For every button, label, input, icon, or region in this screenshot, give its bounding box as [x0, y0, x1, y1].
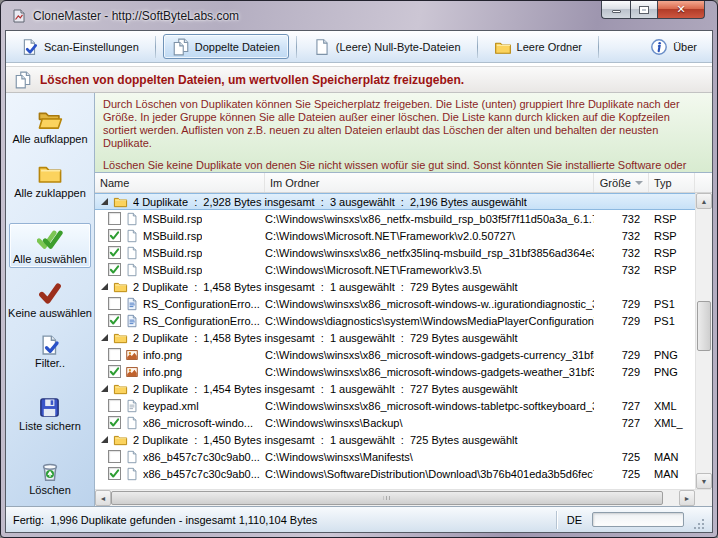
column-header-type[interactable]: Typ	[649, 173, 695, 192]
recycle-bin-icon	[38, 459, 62, 483]
sidebar-item-filter[interactable]: Filter..	[31, 331, 69, 372]
file-row[interactable]: info.pngC:\Windows\winsxs\x86_microsoft-…	[95, 346, 695, 363]
maximize-icon	[639, 6, 649, 14]
file-row[interactable]: info.pngC:\Windows\winsxs\x86_microsoft-…	[95, 363, 695, 380]
toolbar-button-label: Scan-Einstellungen	[44, 41, 139, 53]
window-title: CloneMaster - http://SoftByteLabs.com	[33, 9, 239, 23]
file-checkbox[interactable]	[108, 416, 121, 429]
expander-icon[interactable]	[101, 436, 108, 443]
group-row[interactable]: 2 Duplikate : 1,458 Bytes insgesamt : 1 …	[95, 278, 695, 295]
toolbar-button-empty-folders[interactable]: Leere Ordner	[485, 34, 591, 59]
file-row[interactable]: x86_microsoft-windo...C:\Windows\winsxs\…	[95, 414, 695, 431]
folder-open-icon	[37, 106, 63, 132]
file-checkbox[interactable]	[108, 297, 121, 310]
file-row[interactable]: x86_b457c7c30c9ab0...C:\Windows\Software…	[95, 465, 695, 482]
toolbar-button-null-byte-files[interactable]: (Leere) Null-Byte-Dateien	[304, 34, 470, 59]
file-type: XML	[649, 400, 695, 412]
status-text: Fertig: 1,996 Duplikate gefunden - insge…	[13, 514, 548, 526]
file-row[interactable]: keypad.xmlC:\Windows\winsxs\x86_microsof…	[95, 397, 695, 414]
file-type-icon	[125, 348, 139, 362]
file-checkbox[interactable]	[108, 348, 121, 361]
toolbar-button-label: Leere Ordner	[517, 41, 582, 53]
sidebar-item-select-all[interactable]: Alle auswählen	[9, 223, 91, 268]
group-summary: 2 Duplikate : 1,458 Bytes insgesamt : 1 …	[133, 332, 518, 344]
expander-icon[interactable]	[101, 385, 108, 392]
resize-grip[interactable]	[692, 517, 705, 530]
expander-icon[interactable]	[101, 334, 108, 341]
vertical-scrollbar[interactable]: ▲ ▼	[695, 193, 712, 489]
group-row[interactable]: 2 Duplikate : 1,458 Bytes insgesamt : 1 …	[95, 329, 695, 346]
file-type: PS1	[649, 298, 695, 310]
group-row[interactable]: 2 Duplikate : 1,454 Bytes insgesamt : 1 …	[95, 380, 695, 397]
sidebar-item-collapse-all[interactable]: Alle zuklappen	[10, 157, 90, 202]
scroll-up-arrow-icon[interactable]: ▲	[696, 193, 712, 209]
toolbar: Scan-Einstellungen Doppelte Dateien (Lee…	[6, 31, 712, 63]
file-type: RSP	[649, 230, 695, 242]
close-icon: ✕	[676, 3, 685, 16]
file-type-icon	[125, 229, 139, 243]
file-row[interactable]: RS_ConfigurationErro...C:\Windows\diagno…	[95, 312, 695, 329]
minimize-button[interactable]	[601, 0, 630, 19]
file-type: RSP	[649, 213, 695, 225]
column-header-size[interactable]: Größe	[594, 173, 649, 192]
file-row[interactable]: MSBuild.rspC:\Windows\Microsoft.NET\Fram…	[95, 261, 695, 278]
file-size: 729	[594, 315, 649, 327]
horizontal-scroll-thumb[interactable]	[111, 491, 663, 505]
file-checkbox[interactable]	[108, 263, 121, 276]
file-type-icon	[125, 416, 139, 430]
file-size: 732	[594, 213, 649, 225]
close-button[interactable]: ✕	[658, 0, 705, 19]
file-checkbox[interactable]	[108, 246, 121, 259]
scroll-down-arrow-icon[interactable]: ▼	[696, 473, 712, 489]
file-type-icon	[125, 263, 139, 277]
scroll-right-arrow-icon[interactable]: ►	[679, 490, 695, 506]
toolbar-separator	[155, 36, 156, 58]
vertical-scroll-thumb[interactable]	[697, 301, 711, 351]
file-checkbox[interactable]	[108, 467, 121, 480]
file-row[interactable]: RS_ConfigurationErro...C:\Windows\winsxs…	[95, 295, 695, 312]
file-checkbox[interactable]	[108, 229, 121, 242]
maximize-button[interactable]	[630, 0, 658, 19]
sidebar-item-select-none[interactable]: Keine auswählen	[4, 277, 96, 322]
toolbar-button-about[interactable]: Über	[641, 34, 706, 59]
file-checkbox[interactable]	[108, 212, 121, 225]
sidebar-item-label: Alle zuklappen	[14, 187, 86, 199]
sidebar-item-label: Alle aufklappen	[12, 133, 87, 145]
file-size: 732	[594, 230, 649, 242]
file-checkbox[interactable]	[108, 365, 121, 378]
toolbar-button-label: Über	[673, 41, 697, 53]
file-checkbox[interactable]	[108, 399, 121, 412]
sidebar-item-expand-all[interactable]: Alle aufklappen	[8, 103, 91, 148]
double-green-check-icon	[37, 226, 63, 252]
file-row[interactable]: MSBuild.rspC:\Windows\winsxs\x86_netfx-m…	[95, 210, 695, 227]
folder-icon	[113, 330, 128, 345]
group-row[interactable]: 4 Duplikate : 2,928 Bytes insgesamt : 3 …	[95, 193, 695, 210]
file-name: x86_microsoft-windo...	[143, 417, 253, 429]
file-row[interactable]: x86_b457c7c30c9ab0...C:\Windows\winsxs\M…	[95, 448, 695, 465]
file-folder: C:\Windows\winsxs\x86_microsoft-windows-…	[265, 366, 594, 378]
sidebar-item-save-list[interactable]: Liste sichern	[15, 393, 85, 435]
toolbar-button-scan-settings[interactable]: Scan-Einstellungen	[12, 34, 148, 59]
title-bar[interactable]: CloneMaster - http://SoftByteLabs.com ✕	[1, 1, 717, 30]
file-type: PS1	[649, 315, 695, 327]
file-checkbox[interactable]	[108, 450, 121, 463]
scroll-left-arrow-icon[interactable]: ◄	[95, 490, 111, 506]
horizontal-scrollbar[interactable]: ◄ ►	[95, 490, 695, 506]
sidebar-item-delete[interactable]: Löschen	[25, 456, 75, 499]
toolbar-button-label: (Leere) Null-Byte-Dateien	[336, 41, 461, 53]
file-name: info.png	[143, 366, 182, 378]
status-bar: Fertig: 1,996 Duplikate gefunden - insge…	[6, 506, 712, 532]
file-row[interactable]: MSBuild.rspC:\Windows\Microsoft.NET\Fram…	[95, 227, 695, 244]
file-folder: C:\Windows\SoftwareDistribution\Download…	[265, 468, 594, 480]
group-summary: 2 Duplikate : 1,454 Bytes insgesamt : 1 …	[133, 383, 518, 395]
file-row[interactable]: MSBuild.rspC:\Windows\winsxs\x86_netfx35…	[95, 244, 695, 261]
file-folder: C:\Windows\diagnostics\system\WindowsMed…	[265, 315, 594, 327]
expander-icon[interactable]	[101, 198, 108, 205]
group-row[interactable]: 2 Duplikate : 1,450 Bytes insgesamt : 1 …	[95, 431, 695, 448]
column-header-folder[interactable]: Im Ordner	[265, 173, 594, 192]
column-header-name[interactable]: Name	[95, 173, 265, 192]
file-checkbox[interactable]	[108, 314, 121, 327]
toolbar-button-duplicate-files[interactable]: Doppelte Dateien	[163, 34, 289, 59]
file-size: 727	[594, 400, 649, 412]
expander-icon[interactable]	[101, 283, 108, 290]
